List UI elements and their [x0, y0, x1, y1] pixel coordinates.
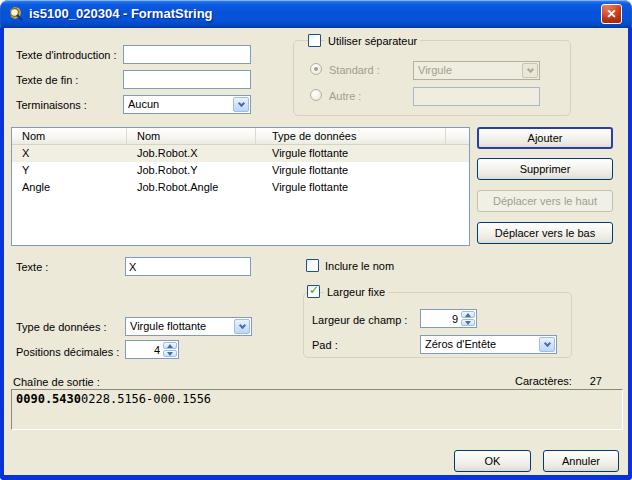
- pad-label: Pad :: [312, 339, 338, 352]
- field-width-input[interactable]: [421, 310, 461, 327]
- terminations-select[interactable]: Aucun: [123, 95, 251, 114]
- output-string-box[interactable]: 0090.54300228.5156-000.1556: [11, 389, 623, 430]
- list-row[interactable]: XJob.Robot.XVirgule flottante: [12, 145, 469, 162]
- field-width-spinner[interactable]: [420, 309, 477, 328]
- output-rest-text: 0228.5156-000.1556: [81, 392, 211, 406]
- standard-separator-select: Virgule: [413, 61, 540, 80]
- cell-name: X: [12, 145, 127, 162]
- include-name-label: Inclure le nom: [325, 260, 394, 273]
- standard-label: Standard :: [329, 64, 380, 77]
- list-body: XJob.Robot.XVirgule flottanteYJob.Robot.…: [12, 145, 469, 196]
- pad-value: Zéros d'Entête: [425, 338, 536, 350]
- spin-down-icon[interactable]: [163, 350, 177, 357]
- close-icon: ✕: [606, 7, 616, 21]
- data-type-select[interactable]: Virgule flottante: [125, 317, 252, 336]
- use-separator-label: Utiliser séparateur: [325, 35, 420, 48]
- column-header-2[interactable]: Type de données: [256, 128, 446, 145]
- end-text-label: Texte de fin :: [16, 74, 78, 87]
- decimals-input[interactable]: [126, 341, 163, 358]
- use-separator-checkbox[interactable]: [308, 34, 321, 47]
- close-button[interactable]: ✕: [601, 4, 622, 24]
- text-label: Texte :: [16, 261, 48, 274]
- data-type-value: Virgule flottante: [130, 320, 231, 332]
- cell-type: Virgule flottante: [256, 145, 446, 162]
- move-up-button: Déplacer vers le haut: [477, 190, 613, 212]
- terminations-label: Terminaisons :: [16, 99, 87, 112]
- list-row[interactable]: YJob.Robot.YVirgule flottante: [12, 162, 469, 179]
- variables-list[interactable]: NomNomType de données XJob.Robot.XVirgul…: [11, 127, 470, 246]
- cell-name: Y: [12, 162, 127, 179]
- add-button[interactable]: Ajouter: [477, 127, 613, 149]
- cell-path: Job.Robot.Y: [127, 162, 256, 179]
- other-label: Autre :: [329, 90, 361, 103]
- chevron-down-icon[interactable]: [234, 319, 250, 334]
- column-header-filler: [446, 128, 469, 145]
- window-title: is5100_020304 - FormatString: [29, 6, 213, 21]
- end-text-input[interactable]: [123, 70, 251, 89]
- chevron-down-icon[interactable]: [233, 97, 249, 112]
- decimals-label: Positions décimales :: [16, 346, 119, 359]
- chevron-down-icon[interactable]: [539, 337, 555, 352]
- output-bold-text: 0090.5430: [16, 392, 81, 406]
- pad-select[interactable]: Zéros d'Entête: [420, 335, 557, 354]
- cell-type: Virgule flottante: [256, 179, 446, 196]
- column-header-1[interactable]: Nom: [127, 128, 256, 145]
- check-icon: ✓: [309, 283, 319, 297]
- output-string-label: Chaîne de sortie :: [13, 376, 100, 389]
- data-type-label: Type de données :: [16, 321, 107, 334]
- ok-button[interactable]: OK: [454, 450, 531, 472]
- characters-label: Caractères:: [515, 375, 572, 388]
- dialog-window: is5100_020304 - FormatString ✕ Texte d'i…: [0, 0, 632, 480]
- list-row[interactable]: AngleJob.Robot.AngleVirgule flottante: [12, 179, 469, 196]
- fixed-width-checkbox[interactable]: ✓: [307, 285, 320, 298]
- cell-name: Angle: [12, 179, 127, 196]
- decimals-spinner[interactable]: [125, 340, 179, 359]
- characters-count: 27: [570, 375, 602, 388]
- remove-button[interactable]: Supprimer: [477, 158, 613, 180]
- title-bar[interactable]: is5100_020304 - FormatString ✕: [0, 0, 632, 28]
- other-radio[interactable]: [310, 89, 322, 101]
- field-width-label: Largeur de champ :: [312, 314, 407, 327]
- spin-up-icon[interactable]: [461, 311, 475, 318]
- spin-down-icon[interactable]: [461, 319, 475, 326]
- fixed-width-label: Largeur fixe: [324, 286, 388, 299]
- list-header: NomNomType de données: [12, 128, 469, 145]
- include-name-checkbox[interactable]: [306, 259, 319, 272]
- intro-text-label: Texte d'introduction :: [16, 49, 117, 62]
- cell-path: Job.Robot.X: [127, 145, 256, 162]
- other-separator-input: [413, 87, 540, 106]
- intro-text-input[interactable]: [123, 45, 251, 64]
- terminations-value: Aucun: [128, 98, 230, 110]
- text-input[interactable]: [125, 257, 251, 276]
- column-header-0[interactable]: Nom: [12, 128, 127, 145]
- chevron-down-icon: [522, 63, 538, 78]
- standard-separator-value: Virgule: [418, 64, 519, 76]
- move-down-button[interactable]: Déplacer vers le bas: [477, 222, 613, 244]
- cancel-button[interactable]: Annuler: [543, 450, 619, 472]
- cell-path: Job.Robot.Angle: [127, 179, 256, 196]
- standard-radio[interactable]: [310, 63, 322, 75]
- magnifier-icon: [8, 6, 24, 22]
- spin-up-icon[interactable]: [163, 342, 177, 349]
- cell-type: Virgule flottante: [256, 162, 446, 179]
